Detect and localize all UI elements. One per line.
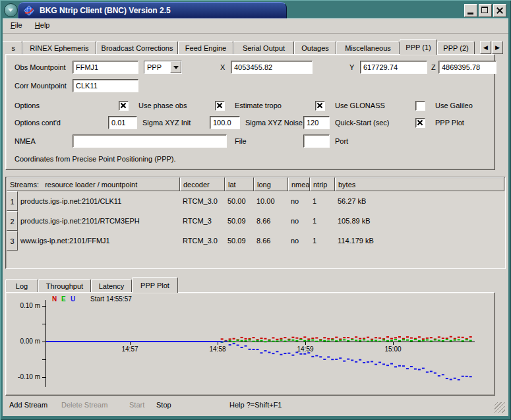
tab-log[interactable]: Log [5, 279, 38, 292]
cell-lat[interactable]: 50.09 [225, 211, 254, 231]
cell-ntrip[interactable]: 1 [310, 231, 335, 251]
tab-ppp-1[interactable]: PPP (1) [400, 39, 437, 55]
tab-outages[interactable]: Outages [294, 41, 336, 54]
ppp-plot-checkbox[interactable] [415, 118, 425, 128]
options-label: Options [15, 101, 40, 110]
minimize-button[interactable] [464, 4, 477, 17]
close-button[interactable] [493, 4, 506, 17]
table-header-row: Streams: resource loader / mountpoint de… [7, 177, 504, 191]
cell-lat[interactable]: 50.09 [225, 231, 254, 251]
cell-long[interactable]: 10.00 [254, 191, 288, 211]
col-header-nmea[interactable]: nmea [288, 177, 310, 191]
tab-scroll-left-button[interactable]: ◀ [480, 41, 491, 54]
cell-lat[interactable]: 50.00 [225, 191, 254, 211]
ppp-note: Coordinates from Precise Point Positioni… [15, 154, 176, 164]
row-number[interactable]: 2 [7, 211, 18, 231]
y-field[interactable]: 617729.74 [360, 61, 427, 74]
ppp-combo-dropdown-button[interactable] [170, 61, 181, 73]
cell-bytes[interactable]: 56.27 kB [335, 191, 504, 211]
nmea-file-field[interactable] [73, 135, 227, 148]
tab-feed-engine[interactable]: Feed Engine [178, 41, 233, 54]
tab-latency[interactable]: Latency [91, 279, 132, 292]
cell-ntrip[interactable]: 1 [310, 191, 335, 211]
quick-start-label: Quick-Start (sec) [335, 118, 390, 127]
sigma-xyz-noise-field[interactable]: 100.0 [210, 116, 240, 129]
file-label: File [235, 136, 247, 146]
cell-long[interactable]: 8.66 [254, 231, 288, 251]
help-label: Help ?=Shift+F1 [229, 401, 282, 409]
window-title: BKG Ntrip Client (BNC) Version 2.5 [40, 3, 171, 19]
cell-decoder[interactable]: RTCM_3 [180, 211, 225, 231]
use-phase-obs-checkbox[interactable] [119, 101, 129, 111]
resize-grip[interactable] [495, 402, 505, 413]
corr-mountpoint-field[interactable]: CLK11 [73, 79, 138, 92]
nmea-port-field[interactable] [303, 135, 330, 148]
cell-mountpoint[interactable]: products.igs-ip.net:2101/CLK11 [18, 191, 180, 211]
cell-long[interactable]: 8.66 [254, 211, 288, 231]
col-header-lat[interactable]: lat [225, 177, 254, 191]
cell-decoder[interactable]: RTCM_3.0 [180, 191, 225, 211]
quick-start-field[interactable]: 120 [303, 116, 330, 129]
chevron-down-icon [173, 66, 179, 69]
window-menu-button[interactable] [4, 3, 18, 17]
use-glonass-checkbox[interactable] [315, 101, 325, 111]
table-row[interactable]: 3 www.igs-ip.net:2101/FFMJ1 RTCM_3.0 50.… [7, 231, 504, 251]
cell-nmea[interactable]: no [288, 231, 310, 251]
use-galileo-checkbox[interactable] [415, 101, 425, 111]
tab-clipped[interactable]: s [3, 41, 22, 54]
cell-ntrip[interactable]: 1 [310, 211, 335, 231]
tab-ppp-2[interactable]: PPP (2) [437, 41, 475, 54]
maximize-button[interactable] [479, 4, 492, 17]
cell-bytes[interactable]: 114.179 kB [335, 231, 504, 251]
arrow-right-icon: ▶ [495, 44, 500, 51]
titlebar[interactable]: BKG Ntrip Client (BNC) Version 2.5 [18, 2, 287, 19]
estimate-tropo-checkbox[interactable] [215, 101, 225, 111]
corr-mountpoint-label: Corr Mountpoint [15, 81, 67, 90]
col-header-ntrip[interactable]: ntrip [310, 177, 335, 191]
col-header-long[interactable]: long [254, 177, 288, 191]
menu-help[interactable]: Help [30, 18, 55, 32]
tab-throughput[interactable]: Throughput [38, 279, 91, 292]
x-label: X [220, 63, 225, 72]
menu-help-accel: H [35, 21, 40, 29]
minimize-icon [467, 13, 473, 15]
menu-file-text: ile [15, 21, 22, 29]
cell-mountpoint[interactable]: www.igs-ip.net:2101/FFMJ1 [18, 231, 180, 251]
sigma-xyz-noise-label: Sigma XYZ Noise [245, 118, 303, 127]
col-header-bytes[interactable]: bytes [335, 177, 504, 191]
delete-stream-button[interactable]: Delete Stream [61, 401, 107, 409]
use-glonass-label: Use GLONASS [335, 101, 385, 110]
add-stream-button[interactable]: Add Stream [9, 401, 47, 409]
app-window: BKG Ntrip Client (BNC) Version 2.5 File … [0, 0, 511, 420]
z-field[interactable]: 4869395.78 [438, 61, 496, 74]
col-header-decoder[interactable]: decoder [180, 177, 225, 191]
menu-file-accel: F [11, 21, 15, 29]
cell-mountpoint[interactable]: products.igs-ip.net:2101/RTCM3EPH [18, 211, 180, 231]
tab-broadcast-corrections[interactable]: Broadcast Corrections [96, 41, 178, 54]
row-number[interactable]: 3 [7, 231, 18, 251]
tab-miscellaneous[interactable]: Miscellaneous [336, 41, 400, 54]
obs-mountpoint-field[interactable]: FFMJ1 [73, 61, 138, 74]
ppp-combo[interactable]: PPP [144, 61, 182, 74]
stop-button[interactable]: Stop [156, 401, 171, 409]
start-button[interactable]: Start [129, 401, 144, 409]
table-row[interactable]: 1 products.igs-ip.net:2101/CLK11 RTCM_3.… [7, 191, 504, 211]
tab-scroll-right-button[interactable]: ▶ [492, 41, 503, 54]
cell-nmea[interactable]: no [288, 191, 310, 211]
tab-rinex-ephemeris[interactable]: RINEX Ephemeris [22, 41, 96, 54]
svg-text:14:58: 14:58 [209, 345, 225, 353]
table-row[interactable]: 2 products.igs-ip.net:2101/RTCM3EPH RTCM… [7, 211, 504, 231]
row-number[interactable]: 1 [7, 191, 18, 211]
cell-bytes[interactable]: 105.89 kB [335, 211, 504, 231]
cell-nmea[interactable]: no [288, 211, 310, 231]
menu-file[interactable]: File [5, 18, 28, 32]
estimate-tropo-label: Estimate tropo [235, 101, 282, 110]
tab-serial-output[interactable]: Serial Output [233, 41, 294, 54]
client-area: File Help s RINEX Ephemeris Broadcast Co… [3, 18, 508, 416]
x-field[interactable]: 4053455.82 [231, 61, 313, 74]
cell-decoder[interactable]: RTCM_3.0 [180, 231, 225, 251]
col-header-streams[interactable]: Streams: resource loader / mountpoint [7, 177, 180, 191]
menu-help-text: elp [40, 21, 50, 29]
tab-ppp-plot[interactable]: PPP Plot [132, 277, 178, 293]
sigma-xyz-init-field[interactable]: 0.01 [108, 116, 137, 129]
